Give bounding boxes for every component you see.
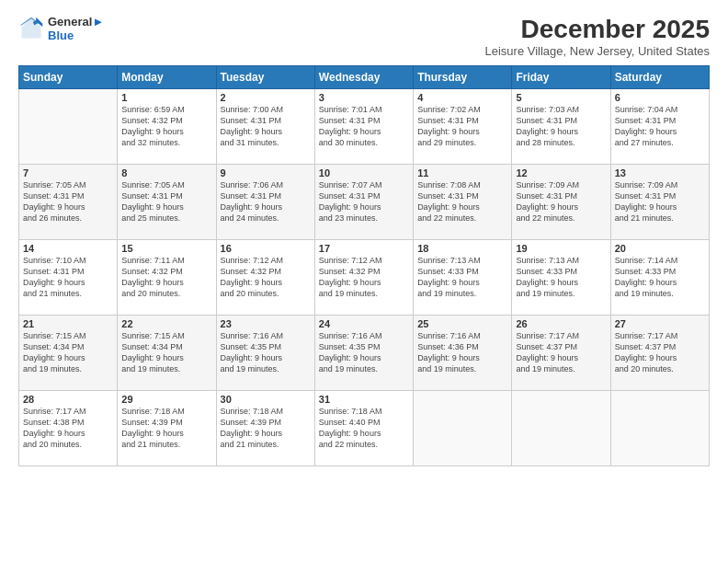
day-info: Sunrise: 7:04 AM Sunset: 4:31 PM Dayligh… — [615, 104, 705, 149]
day-number: 21 — [23, 318, 113, 329]
day-number: 27 — [615, 318, 705, 329]
calendar-cell: 21Sunrise: 7:15 AM Sunset: 4:34 PM Dayli… — [19, 316, 118, 391]
day-number: 29 — [121, 394, 211, 405]
calendar-cell: 6Sunrise: 7:04 AM Sunset: 4:31 PM Daylig… — [610, 89, 709, 165]
day-info: Sunrise: 7:12 AM Sunset: 4:32 PM Dayligh… — [319, 255, 409, 300]
calendar-week-row: 14Sunrise: 7:10 AM Sunset: 4:31 PM Dayli… — [19, 240, 710, 316]
calendar-weekday-sunday: Sunday — [19, 66, 118, 89]
calendar-cell: 3Sunrise: 7:01 AM Sunset: 4:31 PM Daylig… — [314, 89, 413, 165]
calendar-cell: 30Sunrise: 7:18 AM Sunset: 4:39 PM Dayli… — [216, 391, 314, 466]
day-number: 19 — [516, 243, 606, 254]
calendar-week-row: 28Sunrise: 7:17 AM Sunset: 4:38 PM Dayli… — [19, 391, 710, 466]
title-area: December 2025 Leisure Village, New Jerse… — [485, 15, 710, 58]
calendar-weekday-wednesday: Wednesday — [314, 66, 413, 89]
day-info: Sunrise: 7:18 AM Sunset: 4:39 PM Dayligh… — [221, 406, 311, 451]
day-info: Sunrise: 7:06 AM Sunset: 4:31 PM Dayligh… — [221, 179, 311, 224]
day-info: Sunrise: 7:18 AM Sunset: 4:40 PM Dayligh… — [319, 406, 409, 451]
calendar-cell: 23Sunrise: 7:16 AM Sunset: 4:35 PM Dayli… — [216, 316, 314, 391]
calendar-cell: 13Sunrise: 7:09 AM Sunset: 4:31 PM Dayli… — [610, 165, 709, 240]
calendar-cell: 4Sunrise: 7:02 AM Sunset: 4:31 PM Daylig… — [414, 89, 512, 165]
calendar-week-row: 1Sunrise: 6:59 AM Sunset: 4:32 PM Daylig… — [19, 89, 710, 165]
calendar-cell: 5Sunrise: 7:03 AM Sunset: 4:31 PM Daylig… — [512, 89, 610, 165]
day-info: Sunrise: 7:16 AM Sunset: 4:35 PM Dayligh… — [221, 330, 311, 375]
calendar-cell: 28Sunrise: 7:17 AM Sunset: 4:38 PM Dayli… — [19, 391, 118, 466]
calendar-cell: 11Sunrise: 7:08 AM Sunset: 4:31 PM Dayli… — [414, 165, 512, 240]
day-number: 23 — [221, 318, 311, 329]
page-title: December 2025 — [485, 15, 710, 44]
day-info: Sunrise: 7:10 AM Sunset: 4:31 PM Dayligh… — [23, 255, 113, 300]
day-number: 20 — [615, 243, 705, 254]
day-info: Sunrise: 6:59 AM Sunset: 4:32 PM Dayligh… — [121, 104, 211, 149]
day-info: Sunrise: 7:18 AM Sunset: 4:39 PM Dayligh… — [121, 406, 211, 451]
day-number: 12 — [516, 167, 606, 178]
calendar-cell: 10Sunrise: 7:07 AM Sunset: 4:31 PM Dayli… — [314, 165, 413, 240]
day-info: Sunrise: 7:08 AM Sunset: 4:31 PM Dayligh… — [417, 179, 507, 224]
day-info: Sunrise: 7:13 AM Sunset: 4:33 PM Dayligh… — [516, 255, 606, 300]
day-number: 18 — [417, 243, 507, 254]
page-subtitle: Leisure Village, New Jersey, United Stat… — [485, 44, 710, 58]
calendar-cell: 19Sunrise: 7:13 AM Sunset: 4:33 PM Dayli… — [512, 240, 610, 316]
calendar-cell — [512, 391, 610, 466]
day-info: Sunrise: 7:15 AM Sunset: 4:34 PM Dayligh… — [121, 330, 211, 375]
logo: General► Blue — [18, 15, 104, 42]
day-info: Sunrise: 7:16 AM Sunset: 4:35 PM Dayligh… — [319, 330, 409, 375]
day-info: Sunrise: 7:05 AM Sunset: 4:31 PM Dayligh… — [121, 179, 211, 224]
day-number: 16 — [221, 243, 311, 254]
day-number: 13 — [615, 167, 705, 178]
day-number: 8 — [121, 167, 211, 178]
calendar-cell: 1Sunrise: 6:59 AM Sunset: 4:32 PM Daylig… — [118, 89, 216, 165]
calendar-header-row: SundayMondayTuesdayWednesdayThursdayFrid… — [19, 66, 710, 89]
calendar-cell: 12Sunrise: 7:09 AM Sunset: 4:31 PM Dayli… — [512, 165, 610, 240]
logo-icon — [18, 16, 44, 41]
day-number: 26 — [516, 318, 606, 329]
calendar-cell — [414, 391, 512, 466]
calendar-cell: 2Sunrise: 7:00 AM Sunset: 4:31 PM Daylig… — [216, 89, 314, 165]
calendar-weekday-tuesday: Tuesday — [216, 66, 314, 89]
day-number: 25 — [417, 318, 507, 329]
day-info: Sunrise: 7:17 AM Sunset: 4:37 PM Dayligh… — [615, 330, 705, 375]
calendar-cell: 17Sunrise: 7:12 AM Sunset: 4:32 PM Dayli… — [314, 240, 413, 316]
day-info: Sunrise: 7:00 AM Sunset: 4:31 PM Dayligh… — [221, 104, 311, 149]
calendar-cell: 31Sunrise: 7:18 AM Sunset: 4:40 PM Dayli… — [314, 391, 413, 466]
day-info: Sunrise: 7:15 AM Sunset: 4:34 PM Dayligh… — [23, 330, 113, 375]
day-number: 15 — [121, 243, 211, 254]
day-info: Sunrise: 7:17 AM Sunset: 4:38 PM Dayligh… — [23, 406, 113, 451]
day-number: 6 — [615, 92, 705, 103]
day-number: 28 — [23, 394, 113, 405]
calendar-cell: 16Sunrise: 7:12 AM Sunset: 4:32 PM Dayli… — [216, 240, 314, 316]
calendar-cell — [610, 391, 709, 466]
day-number: 3 — [319, 92, 409, 103]
day-info: Sunrise: 7:12 AM Sunset: 4:32 PM Dayligh… — [221, 255, 311, 300]
calendar-cell: 15Sunrise: 7:11 AM Sunset: 4:32 PM Dayli… — [118, 240, 216, 316]
calendar-cell: 25Sunrise: 7:16 AM Sunset: 4:36 PM Dayli… — [414, 316, 512, 391]
day-number: 2 — [221, 92, 311, 103]
day-info: Sunrise: 7:03 AM Sunset: 4:31 PM Dayligh… — [516, 104, 606, 149]
calendar-cell: 20Sunrise: 7:14 AM Sunset: 4:33 PM Dayli… — [610, 240, 709, 316]
calendar-weekday-friday: Friday — [512, 66, 610, 89]
calendar-cell: 8Sunrise: 7:05 AM Sunset: 4:31 PM Daylig… — [118, 165, 216, 240]
day-number: 9 — [221, 167, 311, 178]
calendar-week-row: 7Sunrise: 7:05 AM Sunset: 4:31 PM Daylig… — [19, 165, 710, 240]
day-info: Sunrise: 7:09 AM Sunset: 4:31 PM Dayligh… — [516, 179, 606, 224]
calendar-cell: 14Sunrise: 7:10 AM Sunset: 4:31 PM Dayli… — [19, 240, 118, 316]
day-info: Sunrise: 7:09 AM Sunset: 4:31 PM Dayligh… — [615, 179, 705, 224]
calendar-cell: 27Sunrise: 7:17 AM Sunset: 4:37 PM Dayli… — [610, 316, 709, 391]
day-number: 1 — [121, 92, 211, 103]
day-number: 24 — [319, 318, 409, 329]
day-info: Sunrise: 7:05 AM Sunset: 4:31 PM Dayligh… — [23, 179, 113, 224]
day-info: Sunrise: 7:14 AM Sunset: 4:33 PM Dayligh… — [615, 255, 705, 300]
day-info: Sunrise: 7:07 AM Sunset: 4:31 PM Dayligh… — [319, 179, 409, 224]
day-info: Sunrise: 7:16 AM Sunset: 4:36 PM Dayligh… — [417, 330, 507, 375]
day-number: 17 — [319, 243, 409, 254]
day-number: 5 — [516, 92, 606, 103]
calendar-cell: 22Sunrise: 7:15 AM Sunset: 4:34 PM Dayli… — [118, 316, 216, 391]
calendar-weekday-saturday: Saturday — [610, 66, 709, 89]
calendar-week-row: 21Sunrise: 7:15 AM Sunset: 4:34 PM Dayli… — [19, 316, 710, 391]
day-number: 14 — [23, 243, 113, 254]
header: General► Blue December 2025 Leisure Vill… — [18, 15, 710, 58]
day-number: 30 — [221, 394, 311, 405]
day-number: 10 — [319, 167, 409, 178]
calendar-weekday-monday: Monday — [118, 66, 216, 89]
calendar-cell: 29Sunrise: 7:18 AM Sunset: 4:39 PM Dayli… — [118, 391, 216, 466]
day-info: Sunrise: 7:13 AM Sunset: 4:33 PM Dayligh… — [417, 255, 507, 300]
